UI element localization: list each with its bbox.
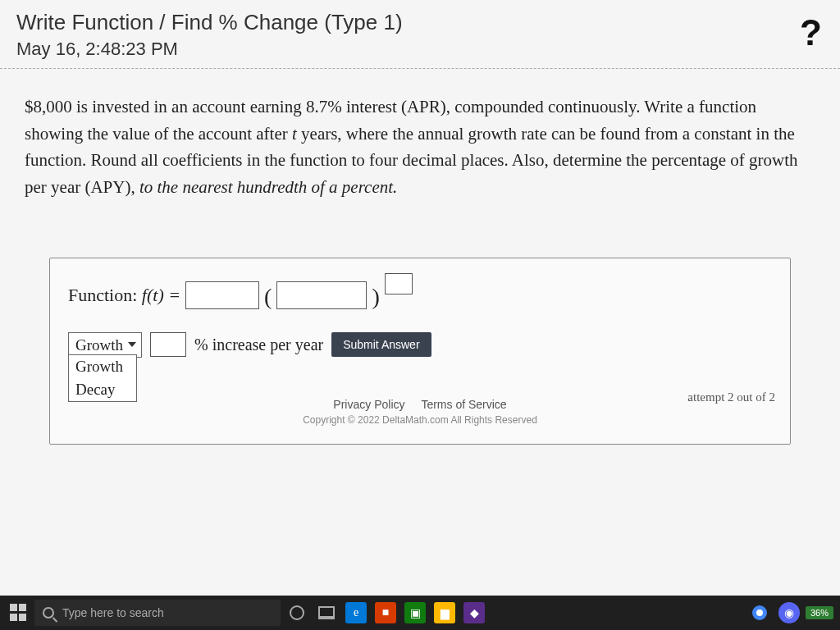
close-paren: ) xyxy=(372,284,379,310)
submit-answer-button[interactable]: Submit Answer xyxy=(331,332,431,357)
cortana-icon[interactable] xyxy=(286,602,308,623)
exponent-input[interactable] xyxy=(385,273,413,294)
attempt-counter: attempt 2 out of 2 xyxy=(687,390,775,404)
windows-taskbar: Type here to search e ■ ▣ ▆ ◆ ◉ 36% xyxy=(0,596,840,630)
app-icon-2[interactable]: ▣ xyxy=(404,602,426,623)
app-icon-3[interactable]: ◆ xyxy=(463,602,485,623)
function-row: Function: f(t) = ( ) xyxy=(68,281,772,309)
answer-panel: Function: f(t) = ( ) Growth Growth Decay… xyxy=(49,258,791,445)
percent-label: % increase per year xyxy=(194,336,323,354)
problem-amount: $8,000 xyxy=(25,97,72,116)
taskbar-search[interactable]: Type here to search xyxy=(34,600,281,626)
assignment-timestamp: May 16, 2:48:23 PM xyxy=(16,39,824,60)
start-button[interactable] xyxy=(7,600,31,625)
search-icon xyxy=(43,607,54,619)
discord-icon[interactable]: ◉ xyxy=(778,602,800,623)
task-view-icon[interactable] xyxy=(316,602,337,623)
svg-point-1 xyxy=(756,609,763,616)
dropdown-selected-label: Growth xyxy=(75,336,123,354)
footer-links: Privacy Policy Terms of Service xyxy=(68,398,772,411)
coefficient-input[interactable] xyxy=(185,281,259,309)
growth-row: Growth Growth Decay % increase per year … xyxy=(68,332,772,357)
dropdown-option-decay[interactable]: Decay xyxy=(69,378,136,401)
percent-input[interactable] xyxy=(150,332,186,357)
chrome-icon[interactable] xyxy=(749,602,770,623)
terms-link[interactable]: Terms of Service xyxy=(421,398,506,411)
dropdown-option-growth[interactable]: Growth xyxy=(69,355,136,378)
help-icon[interactable]: ? xyxy=(800,12,822,53)
privacy-link[interactable]: Privacy Policy xyxy=(333,398,404,411)
battery-indicator[interactable]: 36% xyxy=(806,606,833,619)
search-placeholder: Type here to search xyxy=(62,606,164,619)
file-explorer-icon[interactable]: ▆ xyxy=(434,602,455,623)
copyright-text: Copyright © 2022 DeltaMath.com All Right… xyxy=(68,414,772,426)
problem-statement: $8,000 is invested in an account earning… xyxy=(0,69,840,217)
app-icon-1[interactable]: ■ xyxy=(375,602,396,623)
edge-icon[interactable]: e xyxy=(345,602,367,623)
function-label: Function: f(t) = xyxy=(68,285,180,306)
assignment-header: Write Function / Find % Change (Type 1) … xyxy=(0,0,840,69)
problem-italic-note: to the nearest hundredth of a percent. xyxy=(139,177,397,197)
assignment-title: Write Function / Find % Change (Type 1) xyxy=(16,10,824,35)
dropdown-list: Growth Decay xyxy=(68,354,137,402)
base-input[interactable] xyxy=(276,281,367,309)
open-paren: ( xyxy=(264,284,272,310)
